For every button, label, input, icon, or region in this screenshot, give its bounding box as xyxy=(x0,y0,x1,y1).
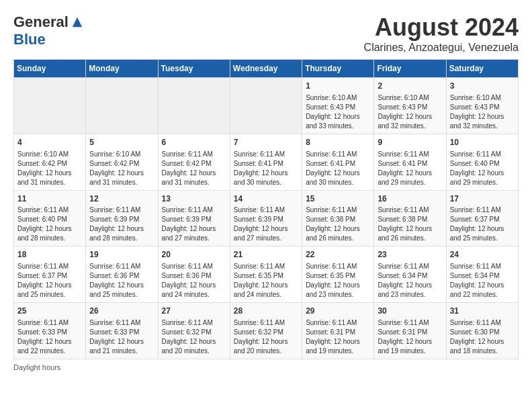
subtitle: Clarines, Anzoategui, Venezuela xyxy=(364,42,519,54)
day-cell: 24Sunrise: 6:11 AM Sunset: 6:34 PM Dayli… xyxy=(446,246,518,303)
day-cell xyxy=(158,78,230,134)
day-cell: 12Sunrise: 6:11 AM Sunset: 6:39 PM Dayli… xyxy=(86,190,158,246)
day-number: 13 xyxy=(162,193,226,205)
day-info: Sunrise: 6:11 AM Sunset: 6:39 PM Dayligh… xyxy=(234,205,298,243)
header-thursday: Thursday xyxy=(302,60,374,78)
day-info: Sunrise: 6:11 AM Sunset: 6:32 PM Dayligh… xyxy=(234,318,298,356)
main-title: August 2024 xyxy=(364,13,519,42)
day-info: Sunrise: 6:11 AM Sunset: 6:40 PM Dayligh… xyxy=(450,150,515,187)
day-number: 22 xyxy=(306,249,370,261)
day-info: Sunrise: 6:10 AM Sunset: 6:42 PM Dayligh… xyxy=(17,150,82,187)
day-number: 11 xyxy=(17,193,82,205)
day-cell: 25Sunrise: 6:11 AM Sunset: 6:33 PM Dayli… xyxy=(14,303,86,359)
day-info: Sunrise: 6:10 AM Sunset: 6:42 PM Dayligh… xyxy=(89,150,154,187)
day-cell: 21Sunrise: 6:11 AM Sunset: 6:35 PM Dayli… xyxy=(230,246,302,303)
day-info: Sunrise: 6:11 AM Sunset: 6:33 PM Dayligh… xyxy=(89,318,154,356)
day-cell: 17Sunrise: 6:11 AM Sunset: 6:37 PM Dayli… xyxy=(446,190,518,246)
day-info: Sunrise: 6:11 AM Sunset: 6:30 PM Dayligh… xyxy=(450,318,515,356)
day-cell: 20Sunrise: 6:11 AM Sunset: 6:36 PM Dayli… xyxy=(158,246,230,303)
day-number: 1 xyxy=(306,81,370,92)
day-cell: 7Sunrise: 6:11 AM Sunset: 6:41 PM Daylig… xyxy=(230,134,302,190)
day-info: Sunrise: 6:11 AM Sunset: 6:34 PM Dayligh… xyxy=(378,262,442,300)
day-info: Sunrise: 6:10 AM Sunset: 6:43 PM Dayligh… xyxy=(450,93,515,131)
day-info: Sunrise: 6:10 AM Sunset: 6:43 PM Dayligh… xyxy=(378,93,442,131)
day-number: 5 xyxy=(89,137,154,148)
day-cell: 19Sunrise: 6:11 AM Sunset: 6:36 PM Dayli… xyxy=(86,246,158,303)
week-row-0: 1Sunrise: 6:10 AM Sunset: 6:43 PM Daylig… xyxy=(14,78,519,134)
day-info: Sunrise: 6:11 AM Sunset: 6:38 PM Dayligh… xyxy=(306,205,370,243)
calendar-header-row: SundayMondayTuesdayWednesdayThursdayFrid… xyxy=(14,60,519,78)
day-number: 16 xyxy=(378,193,442,205)
day-cell: 18Sunrise: 6:11 AM Sunset: 6:37 PM Dayli… xyxy=(14,246,86,303)
day-number: 23 xyxy=(378,249,442,261)
day-number: 17 xyxy=(450,193,515,205)
day-number: 24 xyxy=(450,249,515,261)
day-number: 2 xyxy=(378,81,442,92)
day-info: Sunrise: 6:10 AM Sunset: 6:43 PM Dayligh… xyxy=(306,93,370,131)
day-cell: 30Sunrise: 6:11 AM Sunset: 6:31 PM Dayli… xyxy=(374,303,446,359)
day-number: 10 xyxy=(450,137,515,148)
day-info: Sunrise: 6:11 AM Sunset: 6:39 PM Dayligh… xyxy=(89,205,154,243)
day-number: 31 xyxy=(450,306,515,317)
day-info: Sunrise: 6:11 AM Sunset: 6:42 PM Dayligh… xyxy=(162,150,226,187)
day-info: Sunrise: 6:11 AM Sunset: 6:31 PM Dayligh… xyxy=(306,318,370,356)
day-cell: 2Sunrise: 6:10 AM Sunset: 6:43 PM Daylig… xyxy=(374,78,446,134)
day-info: Sunrise: 6:11 AM Sunset: 6:37 PM Dayligh… xyxy=(450,205,515,243)
logo-general: General xyxy=(13,13,69,31)
header-tuesday: Tuesday xyxy=(158,60,230,78)
header-saturday: Saturday xyxy=(446,60,518,78)
day-info: Sunrise: 6:11 AM Sunset: 6:41 PM Dayligh… xyxy=(234,150,298,187)
day-number: 6 xyxy=(162,137,226,148)
day-info: Sunrise: 6:11 AM Sunset: 6:41 PM Dayligh… xyxy=(306,150,370,187)
day-info: Sunrise: 6:11 AM Sunset: 6:37 PM Dayligh… xyxy=(17,262,82,300)
day-cell: 16Sunrise: 6:11 AM Sunset: 6:38 PM Dayli… xyxy=(374,190,446,246)
day-cell: 5Sunrise: 6:10 AM Sunset: 6:42 PM Daylig… xyxy=(86,134,158,190)
header-friday: Friday xyxy=(374,60,446,78)
day-cell xyxy=(230,78,302,134)
day-cell: 13Sunrise: 6:11 AM Sunset: 6:39 PM Dayli… xyxy=(158,190,230,246)
day-number: 27 xyxy=(162,306,226,317)
day-number: 12 xyxy=(89,193,154,205)
day-info: Sunrise: 6:11 AM Sunset: 6:33 PM Dayligh… xyxy=(17,318,82,356)
header-wednesday: Wednesday xyxy=(230,60,302,78)
day-cell: 28Sunrise: 6:11 AM Sunset: 6:32 PM Dayli… xyxy=(230,303,302,359)
day-number: 15 xyxy=(306,193,370,205)
day-cell: 3Sunrise: 6:10 AM Sunset: 6:43 PM Daylig… xyxy=(446,78,518,134)
day-cell: 31Sunrise: 6:11 AM Sunset: 6:30 PM Dayli… xyxy=(446,303,518,359)
day-number: 3 xyxy=(450,81,515,92)
day-info: Sunrise: 6:11 AM Sunset: 6:41 PM Dayligh… xyxy=(378,150,442,187)
day-info: Sunrise: 6:11 AM Sunset: 6:36 PM Dayligh… xyxy=(162,262,226,300)
logo-blue: Blue xyxy=(13,31,46,48)
day-cell: 26Sunrise: 6:11 AM Sunset: 6:33 PM Dayli… xyxy=(86,303,158,359)
day-number: 25 xyxy=(17,306,82,317)
day-number: 30 xyxy=(378,306,442,317)
day-cell: 1Sunrise: 6:10 AM Sunset: 6:43 PM Daylig… xyxy=(302,78,374,134)
week-row-1: 4Sunrise: 6:10 AM Sunset: 6:42 PM Daylig… xyxy=(14,134,519,190)
day-cell: 27Sunrise: 6:11 AM Sunset: 6:32 PM Dayli… xyxy=(158,303,230,359)
day-cell: 14Sunrise: 6:11 AM Sunset: 6:39 PM Dayli… xyxy=(230,190,302,246)
day-cell: 11Sunrise: 6:11 AM Sunset: 6:40 PM Dayli… xyxy=(14,190,86,246)
day-cell: 4Sunrise: 6:10 AM Sunset: 6:42 PM Daylig… xyxy=(14,134,86,190)
day-number: 4 xyxy=(17,137,82,148)
day-info: Sunrise: 6:11 AM Sunset: 6:34 PM Dayligh… xyxy=(450,262,515,300)
day-cell: 10Sunrise: 6:11 AM Sunset: 6:40 PM Dayli… xyxy=(446,134,518,190)
day-cell: 29Sunrise: 6:11 AM Sunset: 6:31 PM Dayli… xyxy=(302,303,374,359)
day-info: Sunrise: 6:11 AM Sunset: 6:40 PM Dayligh… xyxy=(17,205,82,243)
day-info: Sunrise: 6:11 AM Sunset: 6:36 PM Dayligh… xyxy=(89,262,154,300)
day-number: 8 xyxy=(306,137,370,148)
day-cell: 15Sunrise: 6:11 AM Sunset: 6:38 PM Dayli… xyxy=(302,190,374,246)
day-number: 9 xyxy=(378,137,442,148)
day-info: Sunrise: 6:11 AM Sunset: 6:39 PM Dayligh… xyxy=(162,205,226,243)
day-cell: 8Sunrise: 6:11 AM Sunset: 6:41 PM Daylig… xyxy=(302,134,374,190)
page-header: General Blue August 2024 Clarines, Anzoa… xyxy=(13,13,519,54)
day-cell: 22Sunrise: 6:11 AM Sunset: 6:35 PM Dayli… xyxy=(302,246,374,303)
day-cell: 6Sunrise: 6:11 AM Sunset: 6:42 PM Daylig… xyxy=(158,134,230,190)
logo-icon xyxy=(71,16,83,28)
day-number: 26 xyxy=(89,306,154,317)
week-row-2: 11Sunrise: 6:11 AM Sunset: 6:40 PM Dayli… xyxy=(14,190,519,246)
day-number: 7 xyxy=(234,137,298,148)
day-cell xyxy=(14,78,86,134)
day-number: 20 xyxy=(162,249,226,261)
week-row-4: 25Sunrise: 6:11 AM Sunset: 6:33 PM Dayli… xyxy=(14,303,519,359)
day-number: 19 xyxy=(89,249,154,261)
